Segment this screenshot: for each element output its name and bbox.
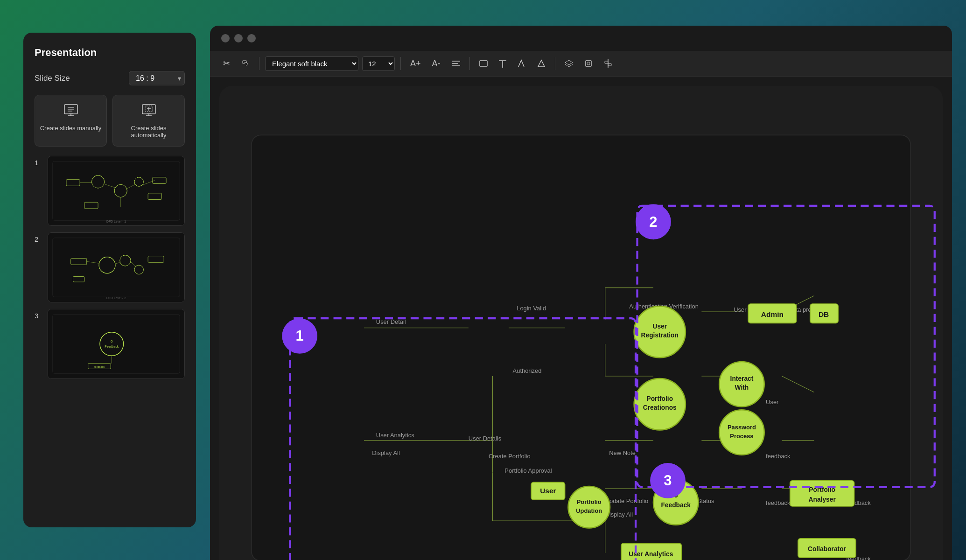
font-grow-button[interactable]: A+: [406, 56, 425, 71]
svg-text:Password: Password: [728, 424, 756, 431]
slide-size-wrapper: 16 : 9 4 : 3 Custom: [129, 71, 185, 85]
svg-text:With: With: [735, 384, 749, 391]
create-manually-button[interactable]: Create slides manually: [35, 95, 107, 147]
paint-button[interactable]: [238, 56, 253, 70]
svg-rect-49: [480, 61, 487, 66]
slide-number: 1: [35, 159, 43, 167]
font-size-select[interactable]: 12 14 16 18 24: [362, 56, 395, 71]
svg-text:DFD Level - 1: DFD Level - 1: [106, 220, 126, 223]
toolbar-separator: [259, 57, 259, 70]
svg-text:feedback: feedback: [766, 499, 791, 506]
svg-text:Authorized: Authorized: [513, 367, 542, 374]
slide-size-dropdown[interactable]: 16 : 9 4 : 3 Custom: [129, 71, 185, 85]
svg-rect-28: [53, 238, 180, 297]
diagram-container[interactable]: User Detail Login Valid Authorized Creat…: [219, 86, 943, 560]
create-auto-button[interactable]: Create slides automatically: [112, 95, 185, 147]
svg-text:Portfolio: Portfolio: [646, 395, 673, 402]
toolbar-separator-2: [400, 57, 401, 70]
layers-button[interactable]: [561, 56, 577, 70]
svg-text:Update Portfolio: Update Portfolio: [605, 497, 649, 504]
svg-text:User Detail: User Detail: [376, 318, 406, 325]
sidebar-title: Presentation: [35, 47, 185, 59]
svg-rect-57: [608, 63, 611, 66]
svg-text:DFD Level - 2: DFD Level - 2: [106, 296, 126, 300]
text-button[interactable]: [495, 56, 510, 70]
chrome-dot-yellow: [234, 34, 243, 42]
svg-text:Display All: Display All: [372, 449, 400, 456]
slide-size-label: Slide Size: [35, 74, 70, 83]
svg-text:Interact: Interact: [730, 375, 754, 382]
svg-text:Collaborator: Collaborator: [808, 546, 846, 553]
svg-rect-56: [605, 61, 608, 63]
svg-text:Login Valid: Login Valid: [517, 305, 546, 312]
svg-text:User: User: [540, 487, 556, 495]
align-button[interactable]: [448, 57, 464, 70]
slide-item[interactable]: 2 DFD Level - 2: [35, 232, 185, 302]
sidebar: Presentation Slide Size 16 : 9 4 : 3 Cus…: [23, 33, 196, 527]
svg-text:New Note: New Note: [609, 449, 636, 456]
svg-text:Create Portfolio: Create Portfolio: [489, 453, 531, 460]
toolbar-separator-4: [555, 57, 555, 70]
toolbar-separator-3: [469, 57, 470, 70]
cut-button[interactable]: ✂: [219, 56, 234, 71]
svg-text:Portfolio: Portfolio: [577, 498, 602, 505]
svg-text:Feedback: Feedback: [661, 502, 691, 509]
svg-text:User: User: [652, 323, 667, 330]
svg-text:Analyser: Analyser: [809, 496, 836, 503]
svg-text:1: 1: [296, 328, 304, 344]
svg-text:Portfolio Approval: Portfolio Approval: [504, 467, 552, 474]
svg-text:User Analytics: User Analytics: [376, 432, 414, 439]
svg-text:DB: DB: [819, 310, 829, 318]
svg-rect-14: [53, 161, 180, 221]
window-chrome: [210, 26, 952, 51]
svg-marker-52: [538, 60, 545, 67]
svg-text:feedback: feedback: [766, 453, 791, 460]
slide-item[interactable]: 3 6 Feedback feedback: [35, 309, 185, 379]
create-auto-icon: [141, 104, 156, 120]
slide-thumb-1[interactable]: DFD Level - 1: [48, 156, 185, 226]
svg-text:User Details: User Details: [469, 435, 501, 442]
svg-text:Feedback: Feedback: [105, 345, 119, 348]
align-distribute-button[interactable]: [600, 56, 616, 70]
svg-text:3: 3: [664, 472, 672, 489]
svg-text:Registration: Registration: [641, 332, 679, 339]
slides-list: 1: [35, 156, 185, 513]
svg-text:Updation: Updation: [576, 507, 602, 514]
svg-text:feedback: feedback: [94, 365, 105, 368]
create-auto-label: Create slides automatically: [118, 125, 180, 139]
chrome-dot-green: [247, 34, 256, 42]
main-area: ✂ Elegant soft black Arial Times New Rom…: [210, 26, 952, 534]
rectangle-button[interactable]: [476, 57, 491, 70]
canvas-area: User Detail Login Valid Authorized Creat…: [210, 77, 952, 560]
create-manually-icon: [63, 104, 78, 120]
crop-button[interactable]: [581, 56, 596, 70]
create-manually-label: Create slides manually: [40, 125, 102, 132]
create-buttons-row: Create slides manually Create slides aut…: [35, 95, 185, 147]
slide-number: 2: [35, 235, 43, 243]
chrome-dot-red: [221, 34, 230, 42]
font-family-select[interactable]: Elegant soft black Arial Times New Roman: [265, 56, 358, 71]
shape-button[interactable]: [533, 56, 549, 70]
svg-rect-53: [586, 61, 591, 66]
connector-button[interactable]: [514, 56, 530, 70]
svg-text:Creationos: Creationos: [643, 404, 677, 411]
slide-thumb-3[interactable]: 6 Feedback feedback: [48, 309, 185, 379]
svg-text:6: 6: [111, 339, 112, 343]
slide-number: 3: [35, 312, 43, 320]
slide-thumb-2[interactable]: DFD Level - 2: [48, 232, 185, 302]
svg-text:User: User: [766, 399, 779, 406]
svg-text:2: 2: [649, 214, 657, 230]
toolbar: ✂ Elegant soft black Arial Times New Rom…: [210, 51, 952, 77]
font-size-wrapper: 12 14 16 18 24: [362, 56, 395, 71]
svg-rect-39: [53, 315, 180, 374]
slide-item[interactable]: 1: [35, 156, 185, 226]
svg-text:Process: Process: [730, 433, 753, 440]
svg-text:Admin: Admin: [761, 310, 784, 318]
slide-size-row: Slide Size 16 : 9 4 : 3 Custom: [35, 71, 185, 85]
font-family-wrapper: Elegant soft black Arial Times New Roman: [265, 56, 358, 71]
font-shrink-button[interactable]: A-: [428, 56, 444, 71]
svg-rect-54: [587, 62, 590, 65]
